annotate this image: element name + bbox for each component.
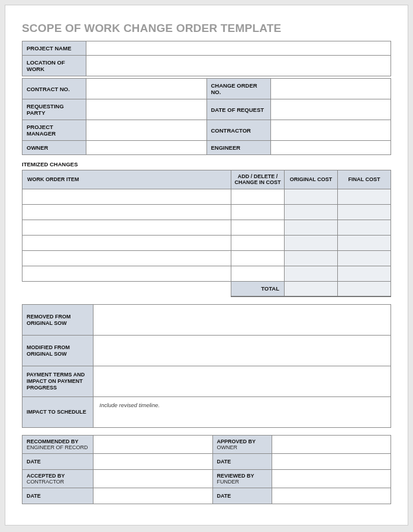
cell-orig[interactable]: [285, 235, 338, 250]
table-row: [22, 266, 391, 281]
recommended-label: RECOMMENDED BY ENGINEER OF RECORD: [22, 436, 93, 454]
removed-label: REMOVED FROM ORIGINAL SOW: [22, 305, 93, 336]
header-table-1: PROJECT NAME LOCATION OF WORK: [22, 41, 391, 76]
col-final-cost: FINAL COST: [338, 170, 391, 189]
table-row: [22, 204, 391, 220]
reviewed-value[interactable]: [272, 470, 391, 488]
date-of-request-value[interactable]: [270, 99, 391, 120]
table-row: [22, 235, 391, 250]
contractor-value[interactable]: [270, 120, 391, 141]
table-row: [22, 220, 391, 235]
requesting-party-label: REQUESTING PARTY: [22, 99, 86, 120]
accepted-title: ACCEPTED BY: [27, 473, 65, 479]
engineer-value[interactable]: [270, 141, 391, 155]
contract-no-value[interactable]: [86, 79, 207, 99]
reviewed-title: REVIEWED BY: [217, 473, 254, 479]
approved-title: APPROVED BY: [217, 439, 256, 444]
header-table-2: CONTRACT NO. CHANGE ORDER NO. REQUESTING…: [22, 78, 391, 155]
spacer: [22, 281, 231, 296]
owner-label: OWNER: [22, 141, 86, 155]
reviewed-sub: FUNDER: [217, 479, 267, 485]
itemized-table: WORK ORDER ITEM ADD / DELETE / CHANGE IN…: [22, 170, 391, 297]
cell-orig[interactable]: [285, 204, 338, 220]
cell-item[interactable]: [22, 266, 231, 281]
cell-change[interactable]: [231, 220, 285, 235]
cell-change[interactable]: [231, 235, 285, 250]
accepted-value[interactable]: [93, 470, 213, 488]
total-label: TOTAL: [231, 281, 285, 296]
payment-label: PAYMENT TERMS AND IMPACT ON PAYMENT PROG…: [22, 366, 93, 397]
cell-final[interactable]: [338, 220, 391, 235]
modified-value[interactable]: [93, 336, 391, 366]
col-work-order-item: WORK ORDER ITEM: [22, 170, 231, 189]
recommended-value[interactable]: [93, 436, 213, 454]
cell-item[interactable]: [22, 189, 231, 204]
col-original-cost: ORIGINAL COST: [285, 170, 338, 189]
cell-change[interactable]: [231, 204, 285, 220]
payment-value[interactable]: [93, 366, 391, 397]
engineer-label: ENGINEER: [206, 141, 270, 155]
accepted-date-value[interactable]: [93, 488, 213, 504]
cell-orig[interactable]: [285, 189, 338, 204]
cell-orig[interactable]: [285, 266, 338, 281]
recommended-date-label: DATE: [22, 454, 93, 470]
col-add-delete: ADD / DELETE / CHANGE IN COST: [231, 170, 285, 189]
removed-value[interactable]: [93, 305, 391, 336]
recommended-sub: ENGINEER OF RECORD: [27, 444, 89, 450]
reviewed-date-label: DATE: [212, 488, 272, 504]
accepted-sub: CONTRACTOR: [27, 479, 89, 485]
approved-date-value[interactable]: [272, 454, 391, 470]
owner-value[interactable]: [86, 141, 207, 155]
approved-date-label: DATE: [212, 454, 272, 470]
signature-table: RECOMMENDED BY ENGINEER OF RECORD APPROV…: [22, 435, 391, 504]
cell-orig[interactable]: [285, 250, 338, 266]
cell-change[interactable]: [231, 266, 285, 281]
total-final: [338, 281, 391, 296]
cell-item[interactable]: [22, 204, 231, 220]
schedule-value[interactable]: Include revised timeline.: [93, 397, 391, 428]
change-order-no-label: CHANGE ORDER NO.: [206, 79, 270, 99]
project-name-label: PROJECT NAME: [22, 41, 86, 56]
cell-final[interactable]: [338, 250, 391, 266]
table-row: [22, 250, 391, 266]
reviewed-date-value[interactable]: [272, 488, 391, 504]
cell-change[interactable]: [231, 250, 285, 266]
project-manager-value[interactable]: [86, 120, 207, 141]
project-name-value[interactable]: [86, 41, 391, 56]
schedule-label: IMPACT TO SCHEDULE: [22, 397, 93, 428]
details-table: REMOVED FROM ORIGINAL SOW MODIFIED FROM …: [22, 304, 391, 428]
itemized-section-title: ITEMIZED CHANGES: [22, 161, 391, 167]
cell-item[interactable]: [22, 250, 231, 266]
accepted-date-label: DATE: [22, 488, 93, 504]
itemized-body: TOTAL: [22, 189, 391, 296]
location-value[interactable]: [86, 56, 391, 76]
cell-final[interactable]: [338, 204, 391, 220]
cell-final[interactable]: [338, 189, 391, 204]
page-title: SCOPE OF WORK CHANGE ORDER TEMPLATE: [22, 22, 391, 35]
contractor-label: CONTRACTOR: [206, 120, 270, 141]
project-manager-label: PROJECT MANAGER: [22, 120, 86, 141]
approved-sub: OWNER: [217, 444, 267, 450]
recommended-title: RECOMMENDED BY: [27, 439, 79, 444]
reviewed-label: REVIEWED BY FUNDER: [212, 470, 272, 488]
cell-change[interactable]: [231, 189, 285, 204]
requesting-party-value[interactable]: [86, 99, 207, 120]
total-orig: [285, 281, 338, 296]
contract-no-label: CONTRACT NO.: [22, 79, 86, 99]
change-order-no-value[interactable]: [270, 79, 391, 99]
approved-value[interactable]: [272, 436, 391, 454]
date-of-request-label: DATE OF REQUEST: [206, 99, 270, 120]
cell-item[interactable]: [22, 220, 231, 235]
document-page: SCOPE OF WORK CHANGE ORDER TEMPLATE PROJ…: [5, 5, 408, 525]
table-row: [22, 189, 391, 204]
recommended-date-value[interactable]: [93, 454, 213, 470]
approved-label: APPROVED BY OWNER: [212, 436, 272, 454]
cell-final[interactable]: [338, 266, 391, 281]
total-row: TOTAL: [22, 281, 391, 296]
modified-label: MODIFIED FROM ORIGINAL SOW: [22, 336, 93, 366]
accepted-label: ACCEPTED BY CONTRACTOR: [22, 470, 93, 488]
cell-orig[interactable]: [285, 220, 338, 235]
cell-item[interactable]: [22, 235, 231, 250]
location-label: LOCATION OF WORK: [22, 56, 86, 76]
cell-final[interactable]: [338, 235, 391, 250]
